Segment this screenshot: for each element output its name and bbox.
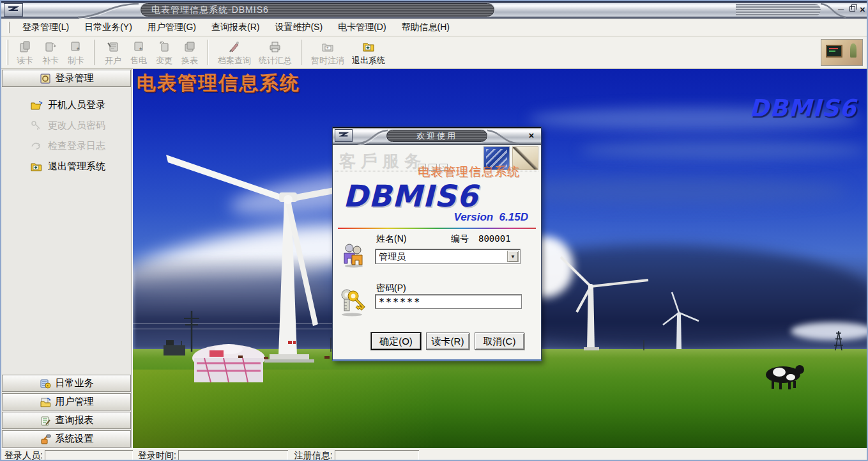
id-label: 编号 xyxy=(451,233,469,245)
tool-statistics: 统计汇总 xyxy=(255,38,296,68)
sidebar-login-items: 开机人员登录 更改人员密码 检查登录日志 退出管理系统 xyxy=(2,87,131,176)
tool-exit-system[interactable]: 退出系统 xyxy=(348,38,389,68)
users-icon xyxy=(341,242,365,268)
status-operator-value xyxy=(45,450,133,461)
menu-settings[interactable]: 设置维护(S) xyxy=(267,20,330,35)
toolbar: 读卡 补卡 * 制卡 开户 xyxy=(1,36,867,69)
tool-sell-power: * 售电 xyxy=(126,38,151,68)
change-icon xyxy=(158,39,171,54)
toolbar-group-session: * 暂时注消 退出系统 xyxy=(307,38,389,68)
hammer-icon xyxy=(40,434,51,444)
tool-change: 变更 xyxy=(151,38,177,68)
toolbar-photo-thumbnail xyxy=(821,39,863,66)
read-card-button[interactable]: 读卡(R) xyxy=(426,332,469,350)
report-icon xyxy=(40,416,51,426)
dialog-titlebar: 欢迎使用 × xyxy=(333,127,541,145)
sidebar-header-report[interactable]: 查询报表 xyxy=(2,412,131,429)
menu-help[interactable]: 帮助信息(H) xyxy=(394,20,457,35)
card-read-icon xyxy=(19,39,31,54)
card-reissue-icon xyxy=(44,39,57,54)
daily-business-icon: * xyxy=(40,379,51,389)
password-input[interactable] xyxy=(375,294,522,309)
minimize-button[interactable]: ─ xyxy=(835,3,846,15)
svg-text:*: * xyxy=(47,383,49,389)
login-dialog: 欢迎使用 × 客戶服务 > > > 电表管理信息系统 DBMIS6 Versio… xyxy=(332,127,542,361)
login-section-icon xyxy=(40,74,51,84)
status-operator-label: 登录人员: xyxy=(4,450,43,461)
menu-card[interactable]: 电卡管理(D) xyxy=(330,20,393,35)
exit-folder-icon xyxy=(30,161,43,171)
tool-swap-meter: 换表 xyxy=(177,38,202,68)
sidebar: 登录管理 开机人员登录 更改人员密码 检查登录日志 退出管理系统 xyxy=(1,69,132,448)
titlebar: 电表管理信息系统-DBMIS6 ─ × xyxy=(1,1,867,19)
exit-system-icon xyxy=(362,39,376,54)
status-time-label: 登录时间: xyxy=(138,450,176,461)
menu-login[interactable]: 登录管理(L) xyxy=(15,20,77,35)
sidebar-header-daily[interactable]: * 日常业务 xyxy=(2,375,131,392)
menu-daily[interactable]: 日常业务(Y) xyxy=(77,20,140,35)
sidebar-item-check-log: 检查登录日志 xyxy=(2,136,131,156)
toolbar-group-business: 开户 * 售电 变更 换表 xyxy=(100,38,202,68)
dropdown-arrow-icon[interactable]: ▼ xyxy=(507,251,519,262)
sidebar-header-user[interactable]: 用户管理 xyxy=(2,393,131,410)
version-label: Version 6.15D xyxy=(453,211,528,224)
rainbow-divider xyxy=(338,228,536,229)
menu-user[interactable]: 用户管理(G) xyxy=(140,20,204,35)
meter-swap-icon xyxy=(183,39,196,54)
statusbar: 登录人员: 登录时间: 注册信息: xyxy=(1,448,867,461)
dbmis-watermark: DBMIS6 xyxy=(749,95,857,122)
tool-archive-query: 档案查询 xyxy=(214,38,255,68)
menubar: 登录管理(L) 日常业务(Y) 用户管理(G) 查询报表(R) 设置维护(S) … xyxy=(1,19,867,36)
dialog-title: 欢迎使用 xyxy=(386,130,487,142)
window-title: 电表管理信息系统-DBMIS6 xyxy=(141,3,494,17)
card-make-icon: * xyxy=(70,39,82,54)
tool-read-card: 读卡 xyxy=(12,38,38,68)
status-time-value xyxy=(178,450,288,461)
main-heading: 电表管理信息系统 xyxy=(137,70,300,97)
service-watermark: 客戶服务 xyxy=(339,150,426,173)
name-label: 姓名(N) xyxy=(376,233,406,245)
status-register-value xyxy=(335,450,419,461)
product-name: DBMIS6 xyxy=(343,178,478,214)
sidebar-item-operator-login[interactable]: 开机人员登录 xyxy=(2,95,131,115)
old-computer-icon xyxy=(826,45,842,58)
content: 登录管理 开机人员登录 更改人员密码 检查登录日志 退出管理系统 xyxy=(1,69,867,448)
titlebar-stripes xyxy=(736,4,821,16)
tool-open-account: 开户 xyxy=(100,38,126,68)
sidebar-header-settings[interactable]: 系统设置 xyxy=(2,430,131,448)
open-folder-icon xyxy=(30,100,43,110)
app-logo-icon xyxy=(4,3,23,17)
folder-pause-icon: * xyxy=(321,39,335,54)
toolbar-separator xyxy=(301,40,302,65)
close-button[interactable]: × xyxy=(857,3,868,15)
toolbar-group-query: 档案查询 统计汇总 xyxy=(214,38,296,68)
tool-temp-logout: * 暂时注消 xyxy=(307,38,348,68)
log-check-icon xyxy=(30,141,43,151)
power-sell-icon: * xyxy=(132,39,145,54)
password-change-icon xyxy=(30,120,43,130)
id-value: 800001 xyxy=(478,233,511,244)
tool-make-card: * 制卡 xyxy=(63,38,89,68)
dialog-close-button[interactable]: × xyxy=(526,130,537,141)
tool-reissue-card: 补卡 xyxy=(38,38,63,68)
printer-icon xyxy=(268,39,282,54)
archive-query-icon xyxy=(227,39,241,54)
password-label: 密码(P) xyxy=(376,283,406,294)
svg-text:*: * xyxy=(77,46,80,53)
menu-report[interactable]: 查询报表(R) xyxy=(204,20,267,35)
sidebar-header-login[interactable]: 登录管理 xyxy=(2,70,131,87)
user-folder-icon xyxy=(40,397,51,407)
status-register-label: 注册信息: xyxy=(294,450,333,461)
operator-name-select[interactable]: 管理员 ▼ xyxy=(375,249,521,264)
toolbar-grip xyxy=(6,40,8,65)
ok-button[interactable]: 确定(O) xyxy=(371,332,421,350)
cancel-button[interactable]: 取消(C) xyxy=(475,332,524,350)
account-open-icon xyxy=(107,39,119,54)
menubar-grip xyxy=(8,22,10,33)
toolbar-separator xyxy=(208,40,209,65)
toolbar-separator xyxy=(94,40,95,65)
sidebar-item-exit-system[interactable]: 退出管理系统 xyxy=(2,156,131,176)
keys-icon xyxy=(338,287,366,316)
sidebar-bottom-sections: * 日常业务 用户管理 查询报表 系统设置 xyxy=(2,373,131,448)
app-window: 电表管理信息系统-DBMIS6 ─ × 登录管理(L) 日常业务(Y) 用户管理… xyxy=(0,0,868,461)
